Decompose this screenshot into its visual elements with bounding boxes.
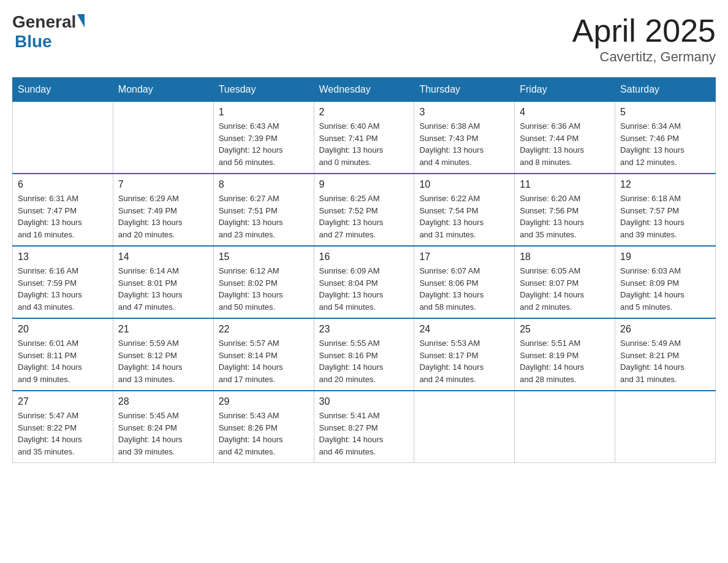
day-number: 17 <box>419 251 509 262</box>
day-number: 24 <box>419 324 509 335</box>
day-number: 11 <box>520 179 610 190</box>
header-day-saturday: Saturday <box>615 78 716 102</box>
calendar-cell: 4Sunrise: 6:36 AM Sunset: 7:44 PM Daylig… <box>515 102 615 174</box>
calendar-table: SundayMondayTuesdayWednesdayThursdayFrid… <box>12 77 716 463</box>
header-day-monday: Monday <box>113 78 213 102</box>
logo-triangle-icon <box>77 14 85 28</box>
calendar-cell <box>515 391 615 463</box>
day-info: Sunrise: 6:34 AM Sunset: 7:46 PM Dayligh… <box>620 120 710 168</box>
calendar-cell: 9Sunrise: 6:25 AM Sunset: 7:52 PM Daylig… <box>314 174 414 246</box>
day-number: 14 <box>118 251 208 262</box>
logo-blue-text: Blue <box>15 32 52 52</box>
day-info: Sunrise: 6:03 AM Sunset: 8:09 PM Dayligh… <box>620 265 710 313</box>
day-info: Sunrise: 6:27 AM Sunset: 7:51 PM Dayligh… <box>219 193 309 240</box>
day-info: Sunrise: 5:53 AM Sunset: 8:17 PM Dayligh… <box>419 337 509 385</box>
calendar-cell: 16Sunrise: 6:09 AM Sunset: 8:04 PM Dayli… <box>314 246 414 318</box>
logo: General Blue <box>12 12 85 52</box>
calendar-cell: 8Sunrise: 6:27 AM Sunset: 7:51 PM Daylig… <box>213 174 314 246</box>
header-row: SundayMondayTuesdayWednesdayThursdayFrid… <box>13 78 716 102</box>
day-number: 8 <box>219 179 309 190</box>
calendar-cell: 10Sunrise: 6:22 AM Sunset: 7:54 PM Dayli… <box>414 174 515 246</box>
calendar-cell <box>13 102 113 174</box>
day-info: Sunrise: 6:18 AM Sunset: 7:57 PM Dayligh… <box>620 193 710 240</box>
calendar-cell: 5Sunrise: 6:34 AM Sunset: 7:46 PM Daylig… <box>615 102 716 174</box>
day-number: 4 <box>520 107 610 118</box>
day-info: Sunrise: 6:38 AM Sunset: 7:43 PM Dayligh… <box>419 120 509 168</box>
calendar-cell: 30Sunrise: 5:41 AM Sunset: 8:27 PM Dayli… <box>314 391 414 463</box>
day-number: 19 <box>620 251 710 262</box>
day-info: Sunrise: 6:31 AM Sunset: 7:47 PM Dayligh… <box>18 193 108 240</box>
calendar-header: SundayMondayTuesdayWednesdayThursdayFrid… <box>13 78 716 102</box>
calendar-week-4: 20Sunrise: 6:01 AM Sunset: 8:11 PM Dayli… <box>13 318 716 391</box>
day-number: 28 <box>118 396 208 407</box>
day-number: 5 <box>620 107 710 118</box>
calendar-cell: 24Sunrise: 5:53 AM Sunset: 8:17 PM Dayli… <box>414 318 515 391</box>
day-info: Sunrise: 6:25 AM Sunset: 7:52 PM Dayligh… <box>319 193 409 240</box>
calendar-cell: 29Sunrise: 5:43 AM Sunset: 8:26 PM Dayli… <box>213 391 314 463</box>
day-number: 30 <box>319 396 409 407</box>
calendar-week-2: 6Sunrise: 6:31 AM Sunset: 7:47 PM Daylig… <box>13 174 716 246</box>
day-info: Sunrise: 6:01 AM Sunset: 8:11 PM Dayligh… <box>18 337 108 385</box>
calendar-cell: 3Sunrise: 6:38 AM Sunset: 7:43 PM Daylig… <box>414 102 515 174</box>
day-info: Sunrise: 6:16 AM Sunset: 7:59 PM Dayligh… <box>18 265 108 313</box>
calendar-week-3: 13Sunrise: 6:16 AM Sunset: 7:59 PM Dayli… <box>13 246 716 318</box>
day-number: 23 <box>319 324 409 335</box>
page-header: General Blue April 2025 Cavertitz, Germa… <box>12 12 716 65</box>
header-day-tuesday: Tuesday <box>213 78 314 102</box>
day-info: Sunrise: 5:45 AM Sunset: 8:24 PM Dayligh… <box>118 410 208 458</box>
day-number: 9 <box>319 179 409 190</box>
calendar-cell: 22Sunrise: 5:57 AM Sunset: 8:14 PM Dayli… <box>213 318 314 391</box>
calendar-cell: 6Sunrise: 6:31 AM Sunset: 7:47 PM Daylig… <box>13 174 113 246</box>
calendar-cell: 28Sunrise: 5:45 AM Sunset: 8:24 PM Dayli… <box>113 391 213 463</box>
day-number: 20 <box>18 324 108 335</box>
header-day-wednesday: Wednesday <box>314 78 414 102</box>
day-info: Sunrise: 6:43 AM Sunset: 7:39 PM Dayligh… <box>219 120 309 168</box>
day-number: 12 <box>620 179 710 190</box>
day-number: 13 <box>18 251 108 262</box>
header-day-thursday: Thursday <box>414 78 515 102</box>
calendar-cell <box>113 102 213 174</box>
day-info: Sunrise: 6:14 AM Sunset: 8:01 PM Dayligh… <box>118 265 208 313</box>
day-info: Sunrise: 5:41 AM Sunset: 8:27 PM Dayligh… <box>319 410 409 458</box>
day-number: 27 <box>18 396 108 407</box>
day-info: Sunrise: 6:29 AM Sunset: 7:49 PM Dayligh… <box>118 193 208 240</box>
calendar-cell: 27Sunrise: 5:47 AM Sunset: 8:22 PM Dayli… <box>13 391 113 463</box>
day-info: Sunrise: 6:40 AM Sunset: 7:41 PM Dayligh… <box>319 120 409 168</box>
calendar-cell <box>414 391 515 463</box>
day-number: 25 <box>520 324 610 335</box>
calendar-cell: 19Sunrise: 6:03 AM Sunset: 8:09 PM Dayli… <box>615 246 716 318</box>
day-info: Sunrise: 5:55 AM Sunset: 8:16 PM Dayligh… <box>319 337 409 385</box>
calendar-cell: 11Sunrise: 6:20 AM Sunset: 7:56 PM Dayli… <box>515 174 615 246</box>
day-info: Sunrise: 6:12 AM Sunset: 8:02 PM Dayligh… <box>219 265 309 313</box>
header-day-friday: Friday <box>515 78 615 102</box>
calendar-cell: 13Sunrise: 6:16 AM Sunset: 7:59 PM Dayli… <box>13 246 113 318</box>
calendar-cell: 1Sunrise: 6:43 AM Sunset: 7:39 PM Daylig… <box>213 102 314 174</box>
page-location: Cavertitz, Germany <box>572 49 716 65</box>
day-info: Sunrise: 6:36 AM Sunset: 7:44 PM Dayligh… <box>520 120 610 168</box>
day-info: Sunrise: 6:09 AM Sunset: 8:04 PM Dayligh… <box>319 265 409 313</box>
calendar-cell: 21Sunrise: 5:59 AM Sunset: 8:12 PM Dayli… <box>113 318 213 391</box>
day-info: Sunrise: 6:05 AM Sunset: 8:07 PM Dayligh… <box>520 265 610 313</box>
calendar-cell: 7Sunrise: 6:29 AM Sunset: 7:49 PM Daylig… <box>113 174 213 246</box>
page-title: April 2025 <box>572 12 716 49</box>
day-info: Sunrise: 6:22 AM Sunset: 7:54 PM Dayligh… <box>419 193 509 240</box>
calendar-body: 1Sunrise: 6:43 AM Sunset: 7:39 PM Daylig… <box>13 102 716 463</box>
day-number: 18 <box>520 251 610 262</box>
calendar-week-1: 1Sunrise: 6:43 AM Sunset: 7:39 PM Daylig… <box>13 102 716 174</box>
calendar-cell: 20Sunrise: 6:01 AM Sunset: 8:11 PM Dayli… <box>13 318 113 391</box>
day-number: 7 <box>118 179 208 190</box>
day-number: 3 <box>419 107 509 118</box>
day-number: 22 <box>219 324 309 335</box>
day-number: 15 <box>219 251 309 262</box>
day-number: 21 <box>118 324 208 335</box>
header-day-sunday: Sunday <box>13 78 113 102</box>
calendar-cell: 26Sunrise: 5:49 AM Sunset: 8:21 PM Dayli… <box>615 318 716 391</box>
logo-general-text: General <box>12 12 76 32</box>
day-info: Sunrise: 5:47 AM Sunset: 8:22 PM Dayligh… <box>18 410 108 458</box>
calendar-cell: 14Sunrise: 6:14 AM Sunset: 8:01 PM Dayli… <box>113 246 213 318</box>
title-section: April 2025 Cavertitz, Germany <box>572 12 716 65</box>
calendar-cell: 25Sunrise: 5:51 AM Sunset: 8:19 PM Dayli… <box>515 318 615 391</box>
calendar-cell: 15Sunrise: 6:12 AM Sunset: 8:02 PM Dayli… <box>213 246 314 318</box>
calendar-cell: 17Sunrise: 6:07 AM Sunset: 8:06 PM Dayli… <box>414 246 515 318</box>
day-number: 1 <box>219 107 309 118</box>
